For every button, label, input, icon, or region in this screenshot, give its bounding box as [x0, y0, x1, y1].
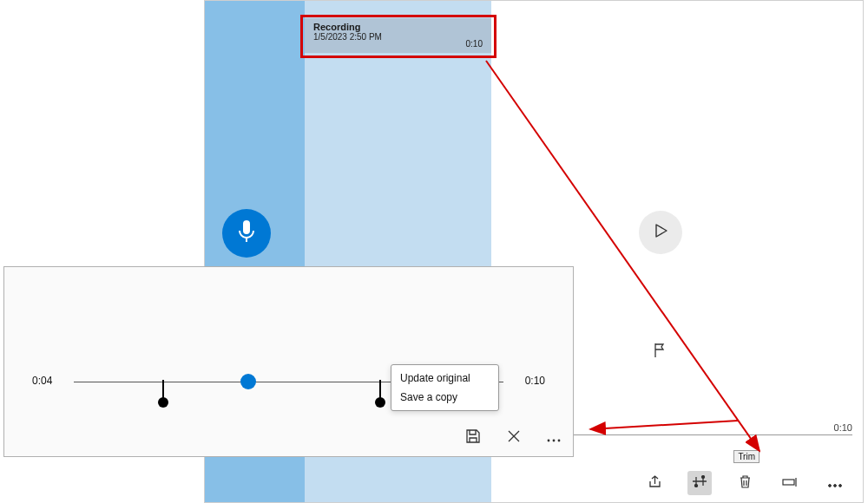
trim-editor-window: 0:04 0:10 Update original Save a copy	[3, 266, 574, 457]
svg-point-1	[702, 476, 705, 479]
save-button[interactable]	[465, 428, 481, 447]
svg-point-8	[558, 440, 561, 442]
cancel-button[interactable]	[507, 429, 521, 447]
trim-icon	[692, 475, 707, 491]
playback-toolbar	[205, 464, 863, 502]
record-button[interactable]	[222, 209, 271, 258]
svg-point-0	[695, 485, 698, 487]
trash-icon	[739, 474, 752, 493]
delete-button[interactable]	[733, 471, 757, 495]
close-icon	[507, 431, 521, 446]
microphone-icon	[237, 219, 256, 247]
share-icon	[648, 474, 662, 493]
ellipsis-icon	[828, 475, 842, 491]
trim-more-button[interactable]	[547, 430, 561, 446]
trim-end-handle[interactable]	[379, 380, 381, 399]
svg-rect-2	[783, 480, 794, 485]
trim-playhead[interactable]	[240, 374, 256, 389]
menu-update-original[interactable]: Update original	[391, 369, 498, 388]
svg-point-7	[553, 440, 556, 442]
rename-icon	[782, 475, 798, 491]
trim-start-time: 0:04	[32, 375, 52, 387]
svg-point-6	[548, 440, 550, 442]
svg-point-5	[839, 485, 842, 487]
rename-button[interactable]	[778, 471, 802, 495]
trim-start-handle[interactable]	[162, 380, 164, 399]
trim-toolbar	[465, 428, 561, 447]
save-icon	[465, 432, 481, 447]
playback-duration: 0:10	[834, 422, 852, 433]
annotation-highlight-box	[300, 15, 496, 58]
share-button[interactable]	[642, 471, 667, 495]
menu-save-copy[interactable]: Save a copy	[391, 388, 498, 407]
more-button[interactable]	[823, 471, 847, 495]
flag-icon[interactable]	[653, 343, 667, 362]
trim-end-time: 0:10	[525, 375, 545, 387]
trim-button[interactable]	[687, 471, 712, 495]
save-menu: Update original Save a copy	[391, 364, 499, 411]
play-button[interactable]	[639, 211, 682, 254]
play-icon	[653, 223, 668, 242]
ellipsis-icon	[547, 430, 561, 445]
svg-point-3	[829, 485, 832, 487]
trim-tooltip: Trim	[733, 450, 760, 463]
svg-point-4	[834, 485, 837, 487]
